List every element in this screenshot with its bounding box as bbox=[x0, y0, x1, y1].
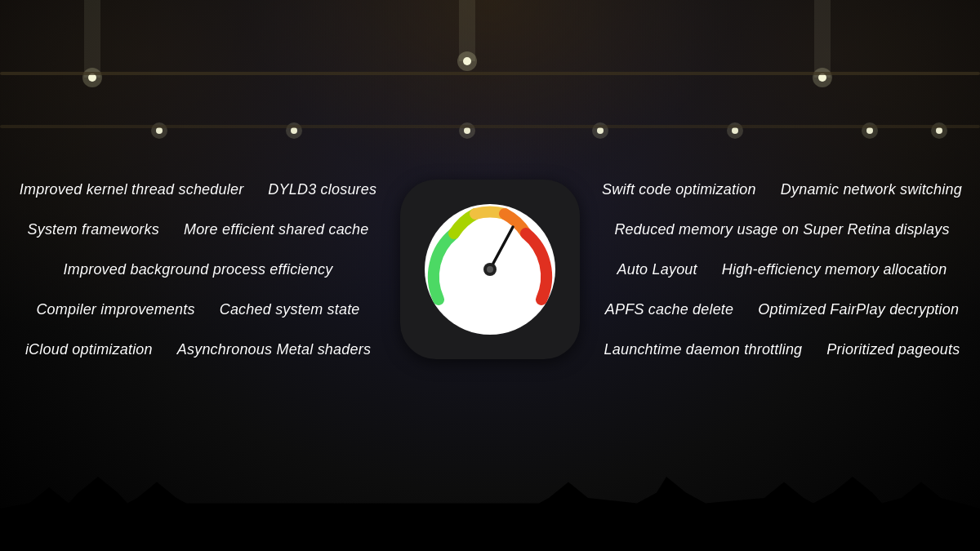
main-content: Improved kernel thread scheduler DYLD3 c… bbox=[0, 180, 980, 359]
svg-rect-24 bbox=[0, 125, 980, 128]
svg-point-10 bbox=[457, 51, 477, 71]
speedometer-icon bbox=[400, 180, 580, 359]
right-row-1: Swift code optimization Dynamic network … bbox=[602, 181, 962, 198]
left-row-5: iCloud optimization Asynchronous Metal s… bbox=[25, 341, 371, 358]
feature-system-frameworks: System frameworks bbox=[28, 221, 159, 238]
svg-point-4 bbox=[82, 68, 102, 87]
feature-memory-allocation: High-efficiency memory allocation bbox=[722, 261, 947, 278]
left-row-1: Improved kernel thread scheduler DYLD3 c… bbox=[20, 181, 376, 198]
feature-metal-shaders: Asynchronous Metal shaders bbox=[177, 341, 371, 358]
left-row-3: Improved background process efficiency bbox=[64, 261, 333, 278]
feature-swift-optimization: Swift code optimization bbox=[602, 181, 756, 198]
speedometer-container bbox=[396, 180, 584, 359]
feature-kernel-scheduler: Improved kernel thread scheduler bbox=[20, 181, 244, 198]
right-features: Swift code optimization Dynamic network … bbox=[584, 181, 980, 358]
feature-shared-cache: More efficient shared cache bbox=[184, 221, 369, 238]
feature-compiler: Compiler improvements bbox=[36, 301, 194, 318]
svg-point-18 bbox=[813, 68, 832, 87]
lights-container bbox=[0, 0, 980, 147]
stage-lights-svg bbox=[0, 0, 980, 147]
feature-dyld3: DYLD3 closures bbox=[268, 181, 376, 198]
feature-auto-layout: Auto Layout bbox=[617, 261, 697, 278]
feature-background-process: Improved background process efficiency bbox=[64, 261, 333, 278]
feature-pageouts: Prioritized pageouts bbox=[826, 341, 960, 358]
feature-fairplay: Optimized FairPlay decryption bbox=[758, 301, 959, 318]
left-row-2: System frameworks More efficient shared … bbox=[28, 221, 369, 238]
feature-memory-retina: Reduced memory usage on Super Retina dis… bbox=[614, 221, 949, 238]
svg-rect-23 bbox=[0, 72, 980, 75]
left-features: Improved kernel thread scheduler DYLD3 c… bbox=[0, 181, 396, 358]
right-row-5: Launchtime daemon throttling Prioritized… bbox=[604, 341, 960, 358]
right-row-4: APFS cache delete Optimized FairPlay dec… bbox=[605, 301, 959, 318]
feature-network-switching: Dynamic network switching bbox=[781, 181, 962, 198]
svg-point-28 bbox=[487, 266, 493, 273]
feature-cached-state: Cached system state bbox=[220, 301, 360, 318]
feature-launchtime: Launchtime daemon throttling bbox=[604, 341, 803, 358]
speedometer-svg bbox=[416, 196, 564, 343]
feature-apfs-cache: APFS cache delete bbox=[605, 301, 734, 318]
feature-icloud: iCloud optimization bbox=[25, 341, 153, 358]
right-row-3: Auto Layout High-efficiency memory alloc… bbox=[617, 261, 947, 278]
right-row-2: Reduced memory usage on Super Retina dis… bbox=[614, 221, 949, 238]
left-row-4: Compiler improvements Cached system stat… bbox=[36, 301, 359, 318]
